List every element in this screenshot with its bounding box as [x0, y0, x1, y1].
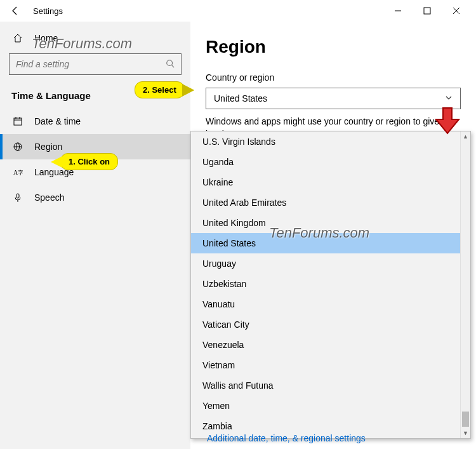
- scroll-down-icon[interactable]: ▼: [461, 428, 470, 438]
- back-button[interactable]: [5, 1, 25, 21]
- dropdown-option[interactable]: Uganda: [191, 152, 460, 172]
- svg-line-3: [172, 65, 175, 67]
- svg-rect-1: [424, 8, 430, 14]
- window-title: Settings: [33, 6, 63, 16]
- sidebar-item-label: Speech: [34, 192, 64, 203]
- arrow-left-icon: [10, 6, 20, 16]
- home-label: Home: [34, 33, 58, 43]
- titlebar: Settings: [0, 0, 476, 22]
- country-dropdown: U.S. Virgin IslandsUgandaUkraineUnited A…: [190, 131, 471, 439]
- dropdown-option[interactable]: Uzbekistan: [191, 274, 460, 294]
- dropdown-option[interactable]: U.S. Virgin Islands: [191, 131, 460, 152]
- search-icon: [166, 59, 175, 70]
- dropdown-option[interactable]: United Arab Emirates: [191, 192, 460, 213]
- search-input[interactable]: [16, 59, 166, 69]
- sidebar-item-speech[interactable]: Speech: [0, 185, 190, 210]
- page-title: Region: [206, 37, 461, 57]
- microphone-icon: [11, 192, 24, 203]
- home-icon: [11, 33, 24, 43]
- dropdown-option[interactable]: Vietnam: [191, 355, 460, 375]
- svg-text:字: 字: [18, 170, 23, 176]
- sidebar-item-label: Date & time: [34, 116, 81, 126]
- svg-rect-13: [17, 194, 19, 198]
- maximize-button[interactable]: [413, 1, 442, 21]
- window-controls: [383, 1, 471, 21]
- dropdown-option[interactable]: United States: [191, 233, 460, 253]
- sidebar-item-date-time[interactable]: Date & time: [0, 109, 190, 134]
- additional-settings-link[interactable]: Additional date, time, & regional settin…: [207, 433, 366, 443]
- minimize-button[interactable]: [383, 1, 413, 21]
- dropdown-option[interactable]: Yemen: [191, 396, 460, 416]
- svg-point-2: [167, 60, 173, 65]
- dropdown-option[interactable]: Uruguay: [191, 253, 460, 274]
- annotation-callout-1: 1. Click on: [60, 153, 118, 170]
- country-select[interactable]: United States: [206, 88, 461, 109]
- minimize-icon: [394, 7, 402, 15]
- annotation-arrow-icon: [435, 107, 460, 135]
- search-box[interactable]: [9, 53, 182, 75]
- calendar-icon: [11, 116, 24, 126]
- scroll-thumb[interactable]: [462, 412, 469, 427]
- close-icon: [453, 7, 460, 15]
- svg-rect-4: [14, 118, 22, 125]
- dropdown-option[interactable]: Venezuela: [191, 335, 460, 355]
- annotation-callout-2: 2. Select: [135, 81, 185, 98]
- dropdown-option[interactable]: Wallis and Futuna: [191, 375, 460, 396]
- dropdown-option[interactable]: United Kingdom: [191, 213, 460, 233]
- maximize-icon: [423, 7, 431, 15]
- dropdown-option[interactable]: Vanuatu: [191, 294, 460, 314]
- dropdown-option[interactable]: Vatican City: [191, 314, 460, 335]
- selected-value: United States: [214, 93, 267, 104]
- home-nav[interactable]: Home: [0, 27, 190, 50]
- globe-icon: [11, 142, 24, 152]
- scroll-up-icon[interactable]: ▲: [461, 131, 470, 142]
- dropdown-scrollbar[interactable]: ▲ ▼: [460, 131, 470, 438]
- field-label: Country or region: [206, 72, 461, 83]
- chevron-down-icon: [445, 93, 453, 104]
- dropdown-option[interactable]: Ukraine: [191, 172, 460, 192]
- sidebar-item-label: Region: [34, 142, 62, 152]
- language-icon: A字: [11, 167, 24, 177]
- close-button[interactable]: [442, 1, 471, 21]
